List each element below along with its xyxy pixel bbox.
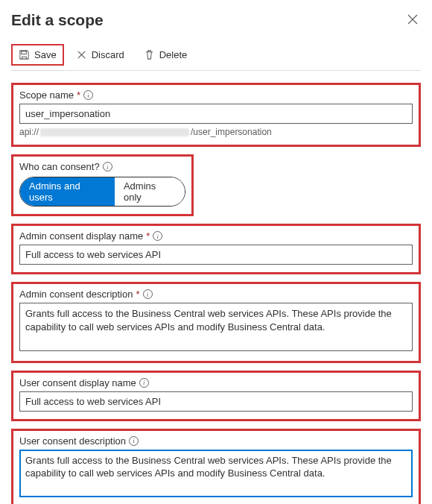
user-display-input[interactable] <box>19 391 413 412</box>
info-icon[interactable]: i <box>129 436 139 446</box>
close-icon <box>407 14 418 25</box>
admin-display-section: Admin consent display name * i <box>11 224 421 274</box>
delete-icon <box>144 49 155 60</box>
save-button[interactable]: Save <box>11 44 64 66</box>
user-display-label: User consent display name i <box>19 377 413 388</box>
page-title: Edit a scope <box>11 11 104 29</box>
info-icon[interactable]: i <box>143 289 153 299</box>
save-icon <box>19 49 30 60</box>
info-icon[interactable]: i <box>139 378 149 388</box>
info-icon[interactable]: i <box>103 162 112 171</box>
save-label: Save <box>34 49 57 60</box>
close-button[interactable] <box>404 11 421 31</box>
consent-toggle: Admins and users Admins only <box>19 177 185 207</box>
required-mark: * <box>146 230 150 242</box>
admin-display-label: Admin consent display name * i <box>19 230 413 242</box>
scope-name-input[interactable] <box>19 104 413 124</box>
toolbar: Save Discard Delete <box>11 44 421 71</box>
consent-label: Who can consent? i <box>19 161 185 172</box>
discard-icon <box>76 49 87 60</box>
discard-label: Discard <box>92 49 124 60</box>
admin-desc-section: Admin consent description * i <box>11 282 421 363</box>
user-display-section: User consent display name i <box>11 371 421 421</box>
delete-label: Delete <box>159 49 188 60</box>
delete-button[interactable]: Delete <box>136 44 195 66</box>
admin-desc-input[interactable] <box>19 303 413 351</box>
admin-desc-label: Admin consent description * i <box>19 289 413 300</box>
user-desc-input[interactable] <box>19 450 413 498</box>
user-desc-label: User consent description i <box>19 435 413 447</box>
discard-button[interactable]: Discard <box>69 44 132 66</box>
required-mark: * <box>136 289 139 300</box>
admin-display-input[interactable] <box>19 245 413 265</box>
consent-admins-and-users[interactable]: Admins and users <box>20 177 115 206</box>
scope-name-section: Scope name * i api:// /user_impersonatio… <box>11 83 421 147</box>
consent-admins-only[interactable]: Admins only <box>115 177 185 206</box>
info-icon[interactable]: i <box>83 90 93 100</box>
consent-section: Who can consent? i Admins and users Admi… <box>11 154 194 216</box>
required-mark: * <box>77 89 80 101</box>
scope-name-label: Scope name * i <box>19 89 413 101</box>
scope-uri: api:// /user_impersonation <box>19 127 413 137</box>
redacted-app-id <box>40 128 189 136</box>
user-desc-section: User consent description i <box>11 429 421 504</box>
info-icon[interactable]: i <box>153 231 162 241</box>
